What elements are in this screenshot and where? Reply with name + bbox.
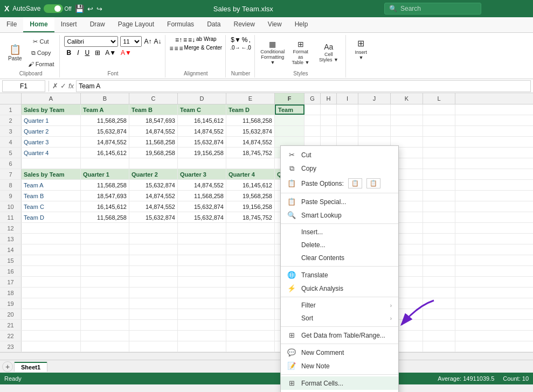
cancel-formula-icon[interactable]: ✗ [52,82,58,90]
insert-function-icon[interactable]: fx [68,82,74,90]
cell-D20[interactable] [178,309,226,319]
tab-review[interactable]: Review [227,17,261,32]
cell-C4[interactable]: 11,568,258 [129,137,178,147]
menu-item-copy[interactable]: ⧉ Copy [281,162,398,176]
cell-D3[interactable]: 14,874,552 [178,126,226,136]
cell-C19[interactable] [129,298,178,309]
cell-D2[interactable]: 16,145,612 [178,115,226,125]
cell-D15[interactable] [178,255,226,265]
menu-item-delete[interactable]: Delete... [281,239,398,251]
cell-L3[interactable] [423,126,455,136]
currency-button[interactable]: $▼ [231,36,241,44]
menu-item-paste-special[interactable]: 📋 Paste Special... [281,195,398,208]
tab-help[interactable]: Help [288,17,315,32]
cell-L14[interactable] [423,244,455,255]
cell-C23[interactable] [129,341,178,352]
cell-L9[interactable] [423,191,455,201]
cell-E9[interactable]: 19,568,258 [226,191,275,201]
cell-A1[interactable]: Sales by Team [22,104,81,115]
cell-D13[interactable] [178,234,226,244]
cell-E3[interactable]: 15,632,874 [226,126,275,136]
align-center-button[interactable]: ≡ [175,45,178,52]
cell-L4[interactable] [423,137,455,147]
cell-B15[interactable] [81,255,129,265]
cell-C3[interactable]: 14,874,552 [129,126,178,136]
cell-L7[interactable] [423,169,455,179]
tab-file[interactable]: File [0,17,23,32]
tab-draw[interactable]: Draw [84,17,112,32]
cell-B12[interactable] [81,223,129,233]
cell-E16[interactable] [226,266,275,276]
cell-D9[interactable]: 11,568,258 [178,191,226,201]
copy-button[interactable]: ⧉ Copy [26,47,57,58]
cell-D6[interactable] [178,158,226,169]
col-header-D[interactable]: D [178,93,226,104]
cell-B9[interactable]: 18,547,693 [81,191,129,201]
cell-C1[interactable]: Team B [129,104,178,115]
cell-D8[interactable]: 14,874,552 [178,180,226,190]
cell-L22[interactable] [423,331,455,341]
col-header-I[interactable]: I [337,93,358,104]
menu-item-clear-contents[interactable]: Clear Contents [281,251,398,264]
menu-item-new-comment[interactable]: 💬 New Comment [281,346,398,359]
cell-E10[interactable]: 19,156,258 [226,201,275,212]
cell-H2[interactable] [321,115,337,125]
cell-D4[interactable]: 15,632,874 [178,137,226,147]
cell-C13[interactable] [129,234,178,244]
cell-E20[interactable] [226,309,275,319]
cell-J2[interactable] [358,115,391,125]
font-name-select[interactable]: Calibri [64,36,118,47]
cell-E23[interactable] [226,341,275,352]
paste-button[interactable]: 📋 Paste [5,40,25,66]
cell-E1[interactable]: Team D [226,104,275,115]
cell-D21[interactable] [178,320,226,330]
cell-C21[interactable] [129,320,178,330]
tab-home[interactable]: Home [23,17,54,32]
cell-A4[interactable]: Quarter 3 [22,137,81,147]
cell-I3[interactable] [337,126,358,136]
merge-center-button[interactable]: Merge & Center [184,45,223,52]
cell-reference-box[interactable]: F1 [2,80,45,92]
increase-decimal-button[interactable]: .0→ [230,45,240,51]
cell-F1[interactable]: Team [275,104,304,115]
percent-button[interactable]: % [242,36,248,44]
cell-L19[interactable] [423,298,455,309]
tab-data[interactable]: Data [200,17,227,32]
bold-button[interactable]: B [64,48,73,58]
cell-C9[interactable]: 14,874,552 [129,191,178,201]
cell-L1[interactable] [423,104,455,115]
menu-item-quick-analysis[interactable]: ⚡ Quick Analysis [281,282,398,295]
cell-C2[interactable]: 18,547,693 [129,115,178,125]
cell-A20[interactable] [22,309,81,319]
tab-page-layout[interactable]: Page Layout [112,17,161,32]
cell-C14[interactable] [129,244,178,255]
cell-B11[interactable]: 11,568,258 [81,212,129,222]
cell-A10[interactable]: Team C [22,201,81,212]
border-button[interactable]: ⊞ [93,48,102,57]
cell-E19[interactable] [226,298,275,309]
cell-E5[interactable]: 18,745,752 [226,148,275,158]
cut-button[interactable]: ✂ Cut [26,36,57,47]
cell-E6[interactable] [226,158,275,169]
cell-A19[interactable] [22,298,81,309]
cell-B22[interactable] [81,331,129,341]
col-header-C[interactable]: C [129,93,178,104]
col-header-L[interactable]: L [423,93,455,104]
cell-A8[interactable]: Team A [22,180,81,190]
cell-L15[interactable] [423,255,455,265]
cell-D16[interactable] [178,266,226,276]
col-header-A[interactable]: A [22,93,81,104]
cell-H1[interactable] [321,104,337,115]
cell-F2[interactable] [275,115,304,125]
cell-A16[interactable] [22,266,81,276]
cell-L6[interactable] [423,158,455,169]
cell-C10[interactable]: 14,874,552 [129,201,178,212]
redo-icon[interactable]: ↪ [96,5,102,13]
cell-E4[interactable]: 14,874,552 [226,137,275,147]
cell-D12[interactable] [178,223,226,233]
cell-E18[interactable] [226,288,275,298]
tab-insert[interactable]: Insert [54,17,84,32]
font-color-button[interactable]: A▼ [119,48,133,57]
cell-B23[interactable] [81,341,129,352]
align-mid-button[interactable]: ≡ [183,36,187,44]
